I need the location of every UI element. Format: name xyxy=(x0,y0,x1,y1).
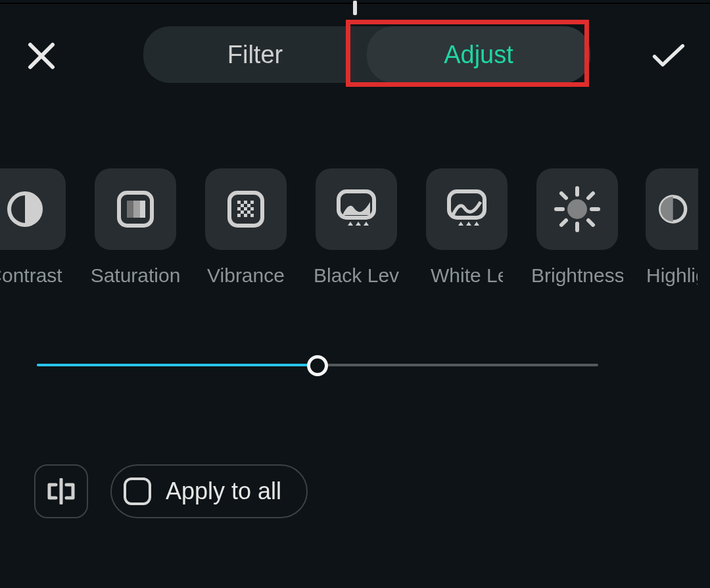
check-icon xyxy=(652,42,685,70)
option-brightness[interactable]: Brightness xyxy=(535,168,619,300)
option-brightness-tile[interactable] xyxy=(536,168,618,250)
apply-to-all-button[interactable]: Apply to all xyxy=(110,464,308,518)
option-whitelevel-label: White Level xyxy=(431,264,503,287)
close-icon xyxy=(28,42,55,70)
svg-rect-6 xyxy=(237,201,241,204)
svg-rect-12 xyxy=(244,207,247,210)
option-highlights[interactable]: Highlights xyxy=(646,168,698,300)
tab-adjust[interactable]: Adjust xyxy=(367,26,590,83)
option-brightness-label: Brightness xyxy=(531,264,623,287)
svg-marker-21 xyxy=(356,222,361,226)
option-blacklevel-tile[interactable] xyxy=(316,168,397,250)
option-whitelevel[interactable]: White Level xyxy=(425,168,509,300)
contrast-icon xyxy=(5,189,45,229)
white-level-icon xyxy=(445,189,488,230)
svg-line-32 xyxy=(561,193,566,198)
svg-line-35 xyxy=(561,220,566,225)
option-contrast-label: Contrast xyxy=(0,264,62,287)
apply-to-all-label: Apply to all xyxy=(166,478,281,505)
option-contrast-tile[interactable] xyxy=(0,168,66,250)
adjust-slider[interactable] xyxy=(37,355,598,375)
confirm-button[interactable] xyxy=(652,39,685,72)
highlights-icon xyxy=(655,189,689,229)
svg-line-34 xyxy=(588,193,593,198)
svg-rect-16 xyxy=(237,214,241,217)
saturation-icon xyxy=(115,189,156,230)
vibrance-icon xyxy=(225,189,266,230)
svg-marker-20 xyxy=(348,222,353,226)
close-button[interactable] xyxy=(25,39,58,72)
svg-rect-7 xyxy=(244,201,247,204)
slider-fill xyxy=(37,364,318,366)
black-level-icon xyxy=(335,189,378,230)
svg-rect-11 xyxy=(237,207,241,210)
option-vibrance-label: Vibrance xyxy=(207,264,285,287)
option-blacklevel-label: Black Level xyxy=(314,264,399,287)
svg-point-27 xyxy=(567,199,587,219)
apply-to-all-checkbox[interactable] xyxy=(124,478,151,505)
svg-marker-22 xyxy=(364,222,369,226)
tab-filter[interactable]: Filter xyxy=(143,26,367,83)
adjust-options-row[interactable]: Contrast Saturation Vibrance xyxy=(0,168,710,300)
svg-rect-9 xyxy=(241,204,244,207)
svg-rect-14 xyxy=(241,210,244,214)
slider-thumb[interactable] xyxy=(307,355,328,376)
svg-rect-18 xyxy=(250,214,254,217)
option-contrast[interactable]: Contrast xyxy=(0,168,67,300)
svg-rect-4 xyxy=(140,201,145,218)
svg-rect-8 xyxy=(250,201,254,204)
svg-marker-26 xyxy=(474,222,479,226)
option-highlights-tile[interactable] xyxy=(646,168,698,250)
svg-rect-17 xyxy=(244,214,247,217)
option-saturation[interactable]: Saturation xyxy=(93,168,178,300)
option-blacklevel[interactable]: Black Level xyxy=(314,168,398,300)
tab-segment: Filter Adjust xyxy=(143,26,590,83)
option-vibrance-tile[interactable] xyxy=(205,168,287,250)
option-whitelevel-tile[interactable] xyxy=(426,168,508,250)
svg-rect-2 xyxy=(127,201,133,218)
top-tick xyxy=(353,1,357,15)
mirror-button[interactable] xyxy=(34,464,88,518)
mirror-icon xyxy=(47,478,76,504)
svg-line-33 xyxy=(588,220,593,225)
option-highlights-label: Highlights xyxy=(646,264,698,287)
svg-rect-15 xyxy=(247,210,250,214)
svg-rect-13 xyxy=(250,207,254,210)
svg-marker-25 xyxy=(466,222,471,226)
svg-rect-10 xyxy=(247,204,250,207)
option-saturation-label: Saturation xyxy=(91,264,181,287)
option-saturation-tile[interactable] xyxy=(95,168,176,250)
option-vibrance[interactable]: Vibrance xyxy=(204,168,288,300)
brightness-icon xyxy=(552,184,602,234)
svg-rect-3 xyxy=(133,201,140,218)
svg-marker-24 xyxy=(458,222,463,226)
